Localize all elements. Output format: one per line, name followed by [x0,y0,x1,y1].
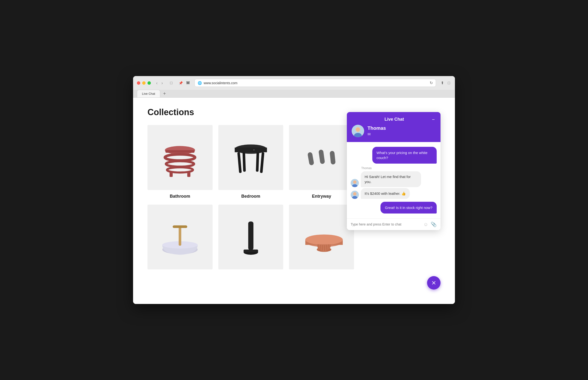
svg-line-32 [327,245,327,250]
globe-icon: 🌐 [198,81,202,85]
collection-image-row2-3 [289,205,354,270]
svg-rect-9 [237,152,242,173]
svg-point-26 [306,234,343,245]
chat-minimize-button[interactable]: − [431,117,436,122]
svg-rect-20 [173,225,187,228]
chat-input-area: ☺ 📎 [347,218,441,230]
svg-rect-10 [260,152,264,173]
collection-item-bedroom[interactable]: Bedroom [218,125,283,199]
collection-image-bedroom [218,125,283,190]
new-tab-tile-button[interactable]: □ [447,80,451,86]
agent-message-label: Thomas [361,167,437,170]
svg-point-13 [253,149,254,151]
svg-rect-14 [307,152,315,166]
agent-email-icon: ✉ [368,132,386,136]
page-content: Collections [133,98,455,304]
agent-name: Thomas [368,125,386,131]
extensions-area: 📌 M [178,80,191,86]
collection-image-row2-1 [147,205,212,270]
chat-widget: Live Chat − Thomas [347,112,441,230]
agent-message-group: Thomas Hi Sarah! Let me find that for yo… [351,167,437,199]
collection-image-bathroom [147,125,212,190]
maximize-traffic-light[interactable] [147,81,151,85]
chat-input-icons: ☺ 📎 [423,221,437,227]
svg-rect-15 [318,150,325,164]
traffic-lights [137,81,151,85]
agent-avatar-large [352,125,364,137]
collection-label-bathroom: Bathroom [170,194,190,199]
chat-agent-info: Thomas ✉ [352,125,436,137]
svg-point-39 [353,180,357,184]
pin-extension-icon[interactable]: 📌 [178,80,184,86]
svg-point-42 [353,192,357,195]
minimize-traffic-light[interactable] [142,81,146,85]
agent-avatar-small-1 [351,179,359,187]
chat-header: Live Chat − Thomas [347,112,441,142]
collection-item-bathroom[interactable]: Bathroom [147,125,212,199]
browser-window: ‹ › □ 📌 M 🌐 ↻ ⬆ □ [133,76,455,304]
tab-bar: Live Chat + [133,90,455,97]
collection-item-row2-1[interactable] [147,205,212,273]
emoji-button[interactable]: ☺ [423,222,428,227]
tab-label: Live Chat [142,92,155,95]
chat-close-fab-button[interactable] [427,276,441,289]
agent-message-row-2: It's $2400 with leather. 👍 [351,188,437,199]
user-bubble-1: What's your pricing on the white couch? [372,147,437,164]
agent-message-row-1: Hi Sarah! Let me find that for you. [351,171,437,187]
forward-button[interactable]: › [160,80,164,86]
svg-rect-11 [242,152,246,172]
svg-point-37 [356,128,360,132]
chat-messages: What's your pricing on the white couch? … [347,142,441,218]
nav-buttons: ‹ › [155,80,164,86]
svg-rect-8 [235,148,267,152]
collection-label-entryway: Entryway [312,194,331,199]
sidebar-toggle-button[interactable]: □ [168,80,174,86]
back-button[interactable]: ‹ [155,80,159,86]
share-button[interactable]: ⬆ [440,80,445,86]
collection-item-entryway[interactable]: Entryway [289,125,354,199]
titlebar: ‹ › □ 📌 M 🌐 ↻ ⬆ □ [133,76,455,90]
chat-header-top: Live Chat − [352,117,436,122]
svg-point-3 [166,161,194,167]
active-tab[interactable]: Live Chat [137,90,160,97]
agent-avatar-small-2 [351,191,359,199]
reload-button[interactable]: ↻ [430,81,433,85]
browser-chrome: ‹ › □ 📌 M 🌐 ↻ ⬆ □ [133,76,455,98]
close-traffic-light[interactable] [137,81,140,85]
agent-bubble-1: Hi Sarah! Let me find that for you. [361,171,421,187]
new-tab-button[interactable]: + [161,90,168,97]
browser-actions: ⬆ □ [440,80,451,86]
svg-rect-21 [248,221,253,250]
collection-image-row2-2 [218,205,283,270]
agent-bubble-2: It's $2400 with leather. 👍 [361,188,410,199]
svg-point-2 [165,154,195,160]
svg-rect-23 [244,249,258,252]
attachment-button[interactable]: 📎 [431,221,437,227]
address-bar-input[interactable] [204,81,428,85]
user-bubble-2: Great! Is it in stock right now? [380,202,437,213]
svg-rect-6 [187,172,190,177]
collection-image-entryway [289,125,354,190]
chat-input-field[interactable] [351,222,421,226]
agent-details: Thomas ✉ [368,125,386,136]
svg-rect-16 [330,151,336,165]
svg-rect-5 [169,172,173,177]
collection-item-row2-3[interactable] [289,205,354,273]
svg-line-30 [322,245,323,251]
chat-title: Live Chat [357,117,431,122]
m-extension-icon[interactable]: M [186,80,191,86]
close-fab-icon [431,280,437,286]
user-message-1: What's your pricing on the white couch? [351,147,437,164]
svg-rect-19 [179,226,181,246]
svg-rect-12 [256,152,259,172]
collection-item-row2-2[interactable] [218,205,283,273]
address-bar-wrapper[interactable]: 🌐 ↻ [195,79,436,87]
svg-rect-1 [166,150,195,153]
collection-label-bedroom: Bedroom [241,194,260,199]
user-message-2: Great! Is it in stock right now? [351,202,437,213]
collections-grid: Bathroom [147,125,354,273]
